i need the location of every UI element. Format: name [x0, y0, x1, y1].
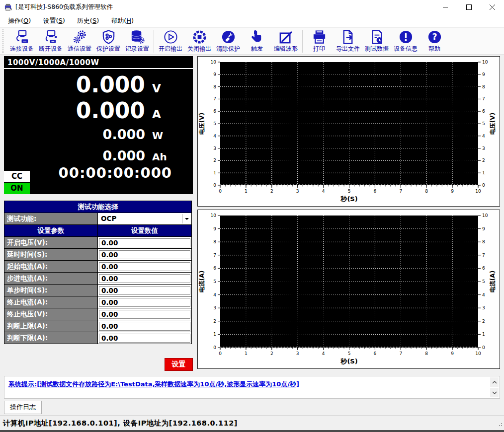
table-row: 终止电流(A):0.00	[4, 296, 192, 308]
svg-text:10: 10	[211, 213, 217, 218]
svg-text:7: 7	[399, 189, 402, 194]
scroll-up-button[interactable]	[490, 377, 499, 387]
param-input[interactable]: 0.00	[99, 250, 190, 259]
svg-text:9: 9	[451, 351, 454, 356]
param-input[interactable]: 0.00	[99, 310, 190, 319]
help-button[interactable]: ? 帮助	[420, 29, 449, 53]
minimize-button[interactable]	[434, 0, 457, 14]
test-data-button[interactable]: 测试数据	[362, 29, 391, 53]
stop-output-icon	[192, 29, 207, 45]
svg-text:7: 7	[482, 96, 485, 101]
toolbar-separator	[154, 30, 154, 53]
clear-protect-button[interactable]: 清除保护	[214, 29, 243, 53]
svg-text:9: 9	[482, 72, 485, 77]
table-row: 判断上限(A):0.00	[4, 320, 192, 332]
close-button[interactable]	[481, 0, 504, 14]
record-settings-button[interactable]: 记录设置	[123, 29, 152, 53]
start-output-icon	[163, 29, 178, 45]
svg-text:电流(A): 电流(A)	[489, 271, 496, 292]
svg-text:10: 10	[482, 60, 488, 65]
test-function-dropdown[interactable]: OCP	[98, 213, 192, 225]
test-data-icon	[369, 29, 385, 45]
svg-text:5: 5	[482, 121, 485, 126]
export-file-button[interactable]: 导出文件	[334, 29, 362, 53]
maximize-button[interactable]	[457, 0, 481, 14]
edit-waveform-button[interactable]: 编辑波形	[271, 29, 300, 53]
app-icon	[4, 3, 12, 11]
param-input[interactable]: 0.00	[99, 334, 190, 343]
table-row: 终止电压(V):0.00	[4, 308, 192, 320]
start-output-button[interactable]: 开启输出	[156, 29, 185, 53]
svg-text:8: 8	[482, 239, 485, 244]
protect-settings-icon	[101, 29, 116, 45]
protect-settings-button[interactable]: 保护设置	[94, 29, 123, 53]
toolbar-grip[interactable]	[2, 29, 5, 53]
svg-text:1: 1	[213, 332, 216, 337]
menu-settings[interactable]: 设置(S)	[38, 14, 69, 27]
menu-history[interactable]: 历史(S)	[73, 14, 103, 27]
svg-text:9: 9	[213, 72, 216, 77]
trigger-button[interactable]: 触发	[243, 29, 271, 53]
svg-text:2: 2	[270, 189, 273, 194]
resize-grip-icon[interactable]	[498, 422, 502, 426]
svg-text:8: 8	[213, 239, 216, 244]
svg-text:6: 6	[374, 351, 377, 356]
clear-protect-icon	[221, 29, 236, 45]
device-info-button[interactable]: 设备信息	[391, 29, 420, 53]
stop-output-button[interactable]: 关闭输出	[185, 29, 214, 53]
param-input[interactable]: 0.00	[99, 298, 190, 307]
help-icon: ?	[427, 29, 442, 45]
comm-settings-button[interactable]: 通信设置	[65, 29, 94, 53]
svg-text:0: 0	[482, 183, 485, 188]
window-bottom-edge	[0, 430, 504, 432]
disconnect-device-button[interactable]: 断开设备	[36, 29, 65, 53]
log-scrollbar[interactable]	[490, 377, 499, 398]
svg-text:5: 5	[348, 189, 351, 194]
svg-text:9: 9	[451, 189, 454, 194]
menu-operation[interactable]: 操作(O)	[3, 14, 35, 27]
print-button[interactable]: 打印	[305, 29, 334, 53]
maximize-icon	[466, 4, 472, 10]
comm-settings-icon	[72, 29, 87, 45]
tab-operation-log[interactable]: 操作日志	[4, 401, 42, 414]
minimize-icon	[443, 4, 448, 10]
disconnect-device-icon	[43, 29, 59, 45]
menubar: 操作(O) 设置(S) 历史(S) 帮助(H)	[0, 14, 504, 27]
svg-text:10: 10	[475, 351, 481, 356]
dropdown-arrow-icon[interactable]	[182, 214, 190, 223]
close-icon	[490, 4, 495, 10]
capacity-rating: 1000V/1000A/1000W	[4, 56, 193, 69]
svg-text:电压(V): 电压(V)	[198, 113, 205, 135]
param-input[interactable]: 0.00	[99, 262, 190, 271]
svg-text:5: 5	[213, 121, 216, 126]
log-area: 系统提示:[测试数据文件存放路径为E:\TestData,采样数据速率为10点/…	[4, 376, 500, 399]
connect-device-button[interactable]: 连接设备	[7, 29, 36, 53]
toolbar: 连接设备 断开设备 通信设置	[0, 27, 504, 55]
test-function-selected: OCP	[98, 213, 191, 224]
table-row: 延时时间(S):0.00	[4, 249, 192, 261]
table-row: 步进电流(A):0.00	[4, 273, 192, 285]
set-button[interactable]: 设置	[165, 358, 193, 371]
svg-text:6: 6	[213, 266, 216, 271]
scroll-down-button[interactable]	[490, 388, 499, 397]
bottom-tabbar: 操作日志	[4, 401, 500, 414]
menu-help[interactable]: 帮助(H)	[106, 14, 138, 27]
svg-text:1: 1	[482, 332, 485, 337]
svg-text:5: 5	[482, 279, 485, 284]
current-value: 0.000	[76, 99, 145, 123]
chart-panel: 001122334455667788991010012345678910秒(S)…	[197, 56, 500, 371]
param-input[interactable]: 0.00	[99, 286, 190, 295]
svg-text:7: 7	[213, 96, 216, 101]
svg-text:电压(V): 电压(V)	[489, 113, 496, 135]
param-input[interactable]: 0.00	[99, 274, 190, 283]
svg-text:3: 3	[296, 189, 299, 194]
svg-text:7: 7	[213, 253, 216, 258]
param-input[interactable]: 0.00	[99, 322, 190, 331]
param-input[interactable]: 0.00	[99, 238, 190, 247]
voltage-value: 0.000	[76, 73, 145, 97]
main-content: 1000V/1000A/1000W 0.000 V 0.000 A 0.000 …	[0, 55, 504, 371]
current-chart: 001122334455667788991010012345678910秒(S)…	[197, 210, 500, 369]
trigger-icon	[250, 29, 265, 45]
svg-text:8: 8	[482, 84, 485, 89]
svg-text:1: 1	[482, 170, 485, 175]
